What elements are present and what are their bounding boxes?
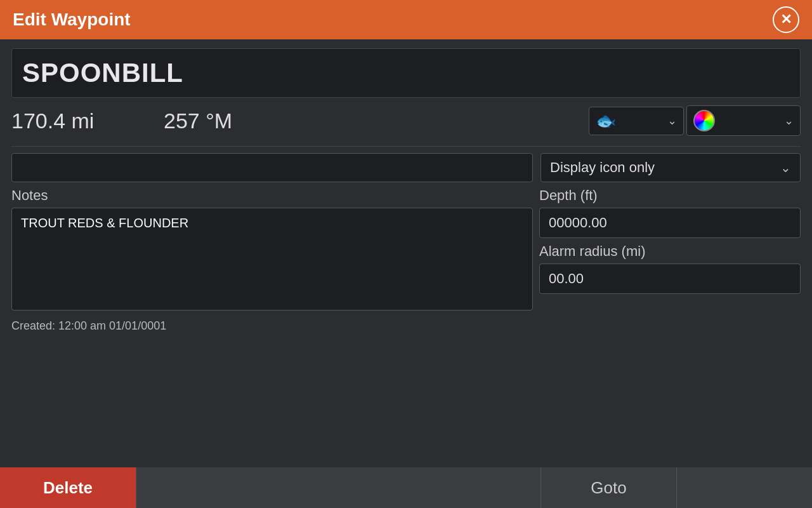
depth-alarm-column: Depth (ft) 00000.00 Alarm radius (mi) 00… bbox=[539, 187, 801, 313]
display-dropdown[interactable]: Display icon only ⌄ bbox=[540, 153, 801, 182]
heading-text: 257 °M bbox=[164, 109, 589, 133]
two-column-layout: Notes TROUT REDS & FLOUNDER Depth (ft) 0… bbox=[11, 187, 801, 313]
delete-button[interactable]: Delete bbox=[0, 467, 136, 508]
dialog-title: Edit Waypoint bbox=[13, 10, 131, 30]
display-dropdown-label: Display icon only bbox=[550, 159, 655, 176]
content-area: SPOONBILL 170.4 mi 257 °M 🐟 ⌄ ⌄ Display … bbox=[0, 39, 812, 333]
save-button[interactable] bbox=[676, 467, 812, 508]
color-wheel-icon bbox=[693, 110, 715, 131]
icon-chevron: ⌄ bbox=[667, 114, 677, 128]
notes-column: Notes TROUT REDS & FLOUNDER bbox=[11, 187, 533, 313]
goto-button[interactable]: Goto bbox=[540, 467, 676, 508]
color-chevron: ⌄ bbox=[784, 114, 794, 128]
icon-dropdown[interactable]: 🐟 ⌄ bbox=[589, 107, 684, 135]
depth-value[interactable]: 00000.00 bbox=[539, 208, 801, 238]
waypoint-name: SPOONBILL bbox=[22, 58, 183, 88]
color-dropdown[interactable]: ⌄ bbox=[686, 105, 801, 136]
action-bar: Delete Goto bbox=[0, 467, 812, 508]
spacer bbox=[136, 467, 540, 508]
divider bbox=[11, 146, 801, 147]
notes-label: Notes bbox=[11, 187, 533, 204]
name-label-row: Display icon only ⌄ bbox=[11, 153, 801, 182]
display-chevron: ⌄ bbox=[780, 160, 791, 175]
info-row: 170.4 mi 257 °M 🐟 ⌄ ⌄ bbox=[11, 105, 801, 136]
created-timestamp: Created: 12:00 am 01/01/0001 bbox=[11, 319, 801, 333]
waypoint-name-box: SPOONBILL bbox=[11, 48, 801, 98]
name-input[interactable] bbox=[11, 153, 533, 182]
distance-text: 170.4 mi bbox=[11, 109, 164, 133]
fish-icon: 🐟 bbox=[596, 111, 616, 131]
notes-input[interactable]: TROUT REDS & FLOUNDER bbox=[11, 208, 533, 311]
alarm-label: Alarm radius (mi) bbox=[539, 243, 801, 260]
alarm-value[interactable]: 00.00 bbox=[539, 264, 801, 294]
close-button[interactable]: ✕ bbox=[773, 6, 799, 33]
title-bar: Edit Waypoint ✕ bbox=[0, 0, 812, 39]
depth-label: Depth (ft) bbox=[539, 187, 801, 204]
